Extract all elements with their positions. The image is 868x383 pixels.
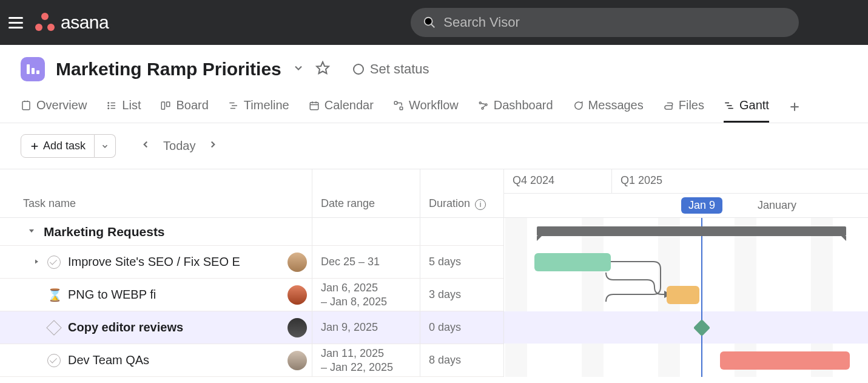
column-headers: Task name Date range Duration i <box>0 169 503 218</box>
task-duration[interactable]: 0 days <box>420 311 503 344</box>
add-task-dropdown[interactable] <box>95 134 116 158</box>
set-status-label: Set status <box>370 61 429 77</box>
task-duration[interactable]: 5 days <box>420 246 503 278</box>
tab-messages[interactable]: Messages <box>573 92 644 123</box>
gantt-toolbar: Add task Today <box>0 123 868 169</box>
gantt-view: Task name Date range Duration i Marketin… <box>0 169 868 377</box>
favorite-star-icon[interactable] <box>315 61 330 78</box>
task-date-range[interactable]: Jan 11, 2025 – Jan 22, 2025 <box>312 344 420 376</box>
svg-rect-21 <box>394 101 397 104</box>
tab-timeline[interactable]: Timeline <box>228 92 289 123</box>
section-row[interactable]: Marketing Requests <box>0 218 503 246</box>
svg-marker-35 <box>29 229 34 232</box>
gantt-left-pane: Task name Date range Duration i Marketin… <box>0 169 503 377</box>
task-name: Dev Team QAs <box>68 353 149 367</box>
prev-period-button[interactable] <box>140 139 151 153</box>
chevron-left-icon <box>140 139 151 150</box>
search-bar[interactable] <box>411 8 799 37</box>
tab-dashboard[interactable]: Dashboard <box>478 92 553 123</box>
quarter-label: Q4 2024 <box>504 169 612 193</box>
gantt-milestone[interactable] <box>693 319 710 336</box>
timeline-date-header: Jan 9 January <box>504 194 868 218</box>
svg-point-0 <box>425 18 432 25</box>
task-name: PNG to WEBP fi <box>68 288 156 302</box>
search-icon <box>423 16 436 29</box>
add-tab-button[interactable] <box>789 98 801 117</box>
task-date-range[interactable]: Jan 9, 2025 <box>312 311 420 344</box>
tab-gantt[interactable]: Gantt <box>724 92 769 123</box>
svg-line-1 <box>431 24 435 28</box>
tab-overview[interactable]: Overview <box>21 92 87 123</box>
task-date-range[interactable]: Dec 25 – 31 <box>312 246 420 278</box>
gantt-timeline[interactable]: Q4 2024 Q1 2025 Jan 9 January <box>503 169 868 377</box>
add-task-button[interactable]: Add task <box>21 134 95 158</box>
task-date-range[interactable]: Jan 6, 2025 – Jan 8, 2025 <box>312 279 420 311</box>
project-menu-caret-icon[interactable] <box>292 62 304 76</box>
svg-rect-13 <box>167 102 170 107</box>
task-row[interactable]: ⌛ PNG to WEBP fi Jan 6, 2025 – Jan 8, 20… <box>0 279 503 311</box>
task-name: Improve Site's SEO / Fix SEO E <box>68 255 240 269</box>
assignee-avatar[interactable] <box>288 253 307 272</box>
gantt-bar[interactable] <box>720 351 850 370</box>
task-duration[interactable]: 3 days <box>420 279 503 311</box>
plus-icon <box>30 141 39 151</box>
svg-rect-3 <box>22 101 30 110</box>
svg-point-24 <box>485 104 487 106</box>
svg-rect-17 <box>310 102 318 109</box>
timeline-body[interactable] <box>504 218 868 377</box>
month-label: January <box>758 199 796 212</box>
app-logo[interactable]: asana <box>34 12 109 33</box>
complete-check-icon[interactable] <box>47 256 61 269</box>
assignee-avatar[interactable] <box>288 285 307 305</box>
next-period-button[interactable] <box>207 139 218 153</box>
task-name: Copy editor reviews <box>68 320 183 334</box>
project-tabs: Overview List Board Timeline Calendar Wo… <box>0 87 868 123</box>
set-status-button[interactable]: Set status <box>353 61 429 77</box>
col-date-range[interactable]: Date range <box>312 169 420 217</box>
gantt-bar[interactable] <box>667 286 699 304</box>
topbar: asana <box>0 0 868 45</box>
task-row[interactable]: Improve Site's SEO / Fix SEO E Dec 25 – … <box>0 246 503 279</box>
info-icon[interactable]: i <box>475 199 486 210</box>
task-row[interactable]: Copy editor reviews Jan 9, 2025 0 days <box>0 311 503 344</box>
svg-rect-12 <box>162 102 165 109</box>
project-title[interactable]: Marketing Ramp Priorities <box>56 59 281 80</box>
hamburger-menu-icon[interactable] <box>8 17 23 29</box>
assignee-avatar[interactable] <box>288 318 307 337</box>
svg-point-10 <box>108 107 109 109</box>
task-duration[interactable]: 8 days <box>420 344 503 376</box>
search-input[interactable] <box>443 15 787 30</box>
status-circle-icon <box>353 64 364 75</box>
today-marker <box>701 218 702 377</box>
project-icon[interactable] <box>21 57 45 81</box>
svg-point-6 <box>108 102 109 103</box>
today-button[interactable]: Today <box>163 139 195 153</box>
svg-point-8 <box>108 105 109 106</box>
tab-workflow[interactable]: Workflow <box>393 92 459 123</box>
col-task-name[interactable]: Task name <box>0 169 312 217</box>
task-row[interactable]: Dev Team QAs Jan 11, 2025 – Jan 22, 2025… <box>0 344 503 377</box>
gantt-summary-bar[interactable] <box>537 226 846 236</box>
complete-check-icon[interactable] <box>47 354 61 367</box>
tab-board[interactable]: Board <box>160 92 208 123</box>
tab-files[interactable]: Files <box>663 92 704 123</box>
svg-point-25 <box>482 107 483 109</box>
chevron-down-icon <box>101 142 109 151</box>
svg-marker-36 <box>35 259 38 263</box>
tab-calendar[interactable]: Calendar <box>309 92 374 123</box>
expand-subtask-icon[interactable] <box>33 257 40 267</box>
timeline-quarter-header: Q4 2024 Q1 2025 <box>504 169 868 194</box>
section-name: Marketing Requests <box>44 225 165 239</box>
svg-point-23 <box>479 102 481 104</box>
dependency-arrow <box>606 273 673 305</box>
milestone-icon <box>46 320 61 335</box>
section-collapse-icon[interactable] <box>27 225 36 239</box>
col-duration[interactable]: Duration i <box>420 169 503 217</box>
today-pill[interactable]: Jan 9 <box>681 197 722 214</box>
svg-line-27 <box>483 106 485 107</box>
tab-list[interactable]: List <box>106 92 141 123</box>
asana-logo-icon <box>34 12 56 33</box>
gantt-bar[interactable] <box>534 253 611 271</box>
svg-rect-22 <box>400 107 403 110</box>
assignee-avatar[interactable] <box>288 351 307 370</box>
